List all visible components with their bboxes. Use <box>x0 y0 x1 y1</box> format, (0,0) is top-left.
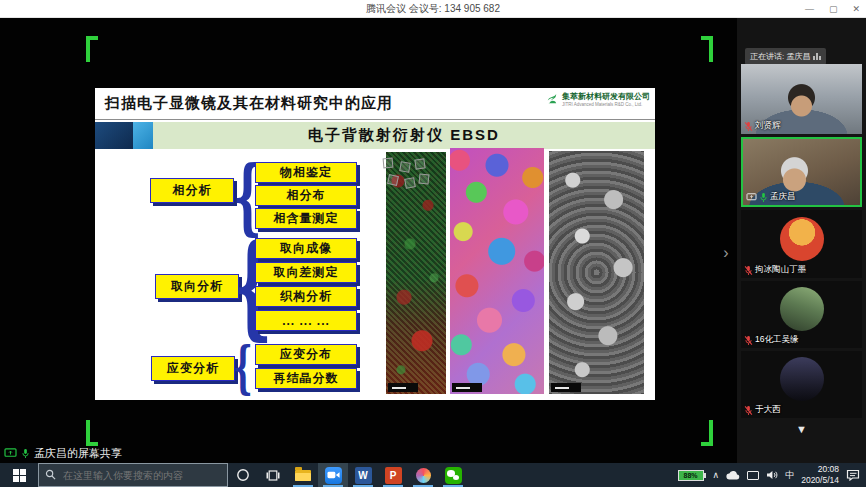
flow-item: 取向成像 <box>255 238 357 259</box>
banner-teal-block <box>133 122 153 149</box>
mic-on-icon <box>759 192 768 203</box>
battery-nub <box>704 473 706 478</box>
tray-date: 2020/5/14 <box>801 475 839 486</box>
share-status-text: 孟庆昌的屏幕共享 <box>34 446 122 461</box>
cloud-icon[interactable] <box>726 470 740 480</box>
window-controls: — ▢ ✕ <box>805 0 860 18</box>
window-titlebar: 腾讯会议 会议号: 134 905 682 — ▢ ✕ <box>0 0 866 18</box>
speaking-label: 正在讲话: 孟庆昌 <box>750 51 810 62</box>
slide-banner: 电子背散射衍射仪 EBSD <box>95 122 655 149</box>
start-button[interactable] <box>0 463 38 487</box>
ime-indicator[interactable]: 中 <box>785 471 794 480</box>
mic-muted-icon <box>744 335 753 346</box>
avatar <box>780 357 824 401</box>
share-border-corner <box>701 36 713 62</box>
wechat-button[interactable] <box>438 463 468 487</box>
sidebar-collapse-handle[interactable]: › <box>718 240 734 266</box>
powerpoint-icon: P <box>385 467 402 484</box>
share-border-corner <box>86 420 98 446</box>
flow-group-label: 相分析 <box>150 178 234 203</box>
scale-bar <box>551 383 581 392</box>
orientation-cube-icon <box>399 161 411 173</box>
flow-item: 相分布 <box>255 185 357 206</box>
participant-name: 16化工吴缘 <box>755 334 798 346</box>
close-button[interactable]: ✕ <box>852 0 860 18</box>
participant-tile[interactable]: 刘贤辉 <box>741 64 862 134</box>
sem-micrograph-image <box>549 151 644 394</box>
screen-share-icon <box>746 193 757 202</box>
flow-item: 应变分布 <box>255 344 357 365</box>
banner-navy-block <box>95 122 133 149</box>
word-button[interactable]: W <box>348 463 378 487</box>
tray-clock[interactable]: 20:08 2020/5/14 <box>801 464 839 485</box>
volume-icon[interactable] <box>766 470 778 480</box>
participant-name: 于大西 <box>755 404 781 416</box>
task-view-button[interactable] <box>258 463 288 487</box>
color-app-button[interactable] <box>408 463 438 487</box>
company-logo: 集萃新材料研发有限公司 JITRI Advanced Materials R&D… <box>544 92 650 108</box>
slide-title: 扫描电子显微镜及其在材料研究中的应用 <box>105 94 393 113</box>
logo-company-subtext: JITRI Advanced Materials R&D Co., Ltd. <box>562 102 650 108</box>
flow-item: ... ... ... <box>255 310 357 331</box>
share-status: 孟庆昌的屏幕共享 <box>4 446 122 461</box>
flow-item: 取向差测定 <box>255 262 357 283</box>
windows-logo-icon <box>13 469 26 482</box>
tray-expand-chevron[interactable]: ∧ <box>713 471 720 480</box>
more-participants-arrow[interactable]: ▼ <box>737 423 866 435</box>
speaking-indicator: 正在讲话: 孟庆昌 <box>745 48 826 65</box>
orientation-cube-icon <box>383 158 394 169</box>
flow-group-label: 取向分析 <box>155 274 239 299</box>
system-tray: 88% ∧ 中 20:08 2020/5/14 <box>678 464 866 485</box>
participant-name: 拘冰陶山丁墨 <box>755 264 806 276</box>
task-view-icon <box>266 469 280 482</box>
mic-muted-icon <box>744 265 753 276</box>
flow-item: 织构分析 <box>255 286 357 307</box>
taskbar-search <box>38 463 228 487</box>
action-center-icon[interactable] <box>846 469 860 481</box>
color-drop-icon <box>416 468 431 483</box>
screen-share-icon <box>4 448 17 459</box>
share-border-corner <box>701 420 713 446</box>
cortana-button[interactable] <box>228 463 258 487</box>
powerpoint-button[interactable]: P <box>378 463 408 487</box>
participant-name: 孟庆昌 <box>770 191 796 203</box>
cortana-icon <box>236 468 250 482</box>
brace-icon: { <box>233 236 253 334</box>
participant-tile[interactable]: 于大西 <box>741 351 862 418</box>
maximize-button[interactable]: ▢ <box>829 0 838 18</box>
logo-swoosh-icon <box>544 92 559 107</box>
tencent-meeting-icon <box>325 467 342 484</box>
file-explorer-button[interactable] <box>288 463 318 487</box>
word-icon: W <box>355 467 372 484</box>
participant-tile-speaking[interactable]: 孟庆昌 <box>741 137 862 207</box>
flow-item: 再结晶分数 <box>255 368 357 389</box>
presentation-slide: 扫描电子显微镜及其在材料研究中的应用 集萃新材料研发有限公司 JITRI Adv… <box>95 88 655 400</box>
ebsd-orientation-map-image <box>450 148 544 394</box>
tray-app-icon[interactable] <box>747 471 759 480</box>
scale-bar <box>452 383 482 392</box>
search-input[interactable] <box>38 463 228 487</box>
battery-percent: 88% <box>678 470 704 481</box>
orientation-cube-icon <box>404 177 416 189</box>
mic-muted-icon <box>744 121 753 132</box>
brace-icon: { <box>233 343 253 391</box>
flow-item: 物相鉴定 <box>255 162 357 183</box>
mic-muted-icon <box>744 405 753 416</box>
tencent-meeting-button[interactable] <box>318 463 348 487</box>
logo-company-name: 集萃新材料研发有限公司 <box>562 92 650 102</box>
search-icon <box>45 469 56 480</box>
share-border-corner <box>86 36 98 62</box>
avatar <box>780 287 824 331</box>
screen-share-stage: 扫描电子显微镜及其在材料研究中的应用 集萃新材料研发有限公司 JITRI Adv… <box>0 18 737 463</box>
wechat-icon <box>445 467 462 484</box>
taskbar: W P 88% ∧ 中 20:08 2020/5/14 <box>0 463 866 487</box>
battery-indicator[interactable]: 88% <box>678 470 706 481</box>
minimize-button[interactable]: — <box>805 0 814 18</box>
tray-time: 20:08 <box>818 464 839 475</box>
participant-tile[interactable]: 拘冰陶山丁墨 <box>741 210 862 278</box>
participant-tile[interactable]: 16化工吴缘 <box>741 281 862 348</box>
phase-map-image <box>386 152 446 394</box>
orientation-cube-icon <box>387 174 399 186</box>
title-divider <box>95 119 655 120</box>
file-explorer-icon <box>295 470 311 481</box>
